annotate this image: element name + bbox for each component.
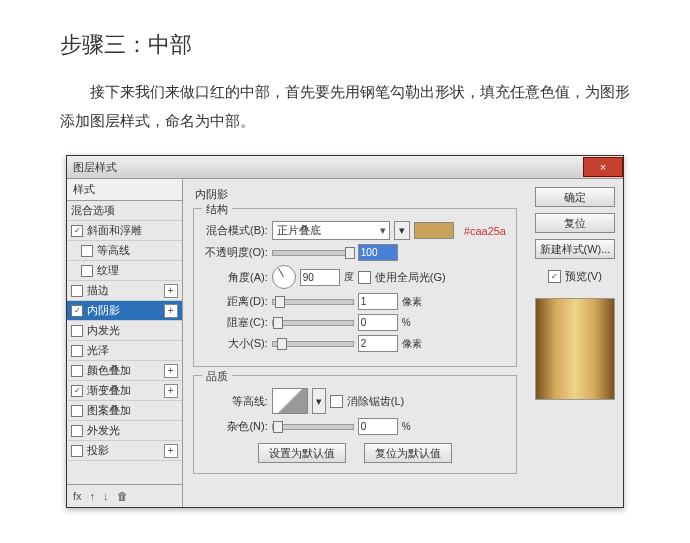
make-default-button[interactable]: 设置为默认值 bbox=[258, 443, 346, 463]
step-heading: 步骤三：中部 bbox=[60, 30, 630, 60]
style-checkbox[interactable] bbox=[81, 265, 93, 277]
sidebar-item-label: 光泽 bbox=[87, 343, 109, 358]
style-checkbox[interactable] bbox=[71, 425, 83, 437]
style-checkbox[interactable] bbox=[71, 305, 83, 317]
preview-checkbox[interactable] bbox=[548, 270, 561, 283]
sidebar-item-label: 颜色叠加 bbox=[87, 363, 131, 378]
cancel-button[interactable]: 复位 bbox=[535, 213, 615, 233]
blend-mode-select[interactable]: 正片叠底 bbox=[272, 221, 390, 240]
sidebar-item[interactable]: 描边+ bbox=[67, 281, 182, 301]
opacity-slider[interactable] bbox=[272, 250, 354, 256]
noise-unit: % bbox=[402, 421, 411, 432]
color-swatch[interactable] bbox=[414, 222, 454, 239]
add-icon[interactable]: + bbox=[164, 284, 178, 298]
quality-group: 品质 等高线: ▾ 消除锯齿(L) 杂色(N): 0 % 设置为默认值 复位为默… bbox=[193, 375, 517, 474]
quality-label: 品质 bbox=[202, 369, 232, 384]
styles-sidebar: 样式 混合选项斜面和浮雕等高线纹理描边+内阴影+内发光光泽颜色叠加+渐变叠加+图… bbox=[67, 179, 183, 507]
distance-input[interactable]: 1 bbox=[358, 293, 398, 310]
angle-input[interactable]: 90 bbox=[300, 269, 340, 286]
ok-button[interactable]: 确定 bbox=[535, 187, 615, 207]
right-column: 确定 复位 新建样式(W)... 预览(V) bbox=[527, 179, 623, 507]
antialias-checkbox[interactable] bbox=[330, 395, 343, 408]
styles-list: 混合选项斜面和浮雕等高线纹理描边+内阴影+内发光光泽颜色叠加+渐变叠加+图案叠加… bbox=[67, 201, 182, 484]
new-style-button[interactable]: 新建样式(W)... bbox=[535, 239, 615, 259]
style-checkbox[interactable] bbox=[71, 405, 83, 417]
global-light-checkbox[interactable] bbox=[358, 271, 371, 284]
preview-label: 预览(V) bbox=[565, 269, 602, 284]
add-icon[interactable]: + bbox=[164, 444, 178, 458]
choke-input[interactable]: 0 bbox=[358, 314, 398, 331]
size-unit: 像素 bbox=[402, 337, 422, 351]
style-checkbox[interactable] bbox=[71, 345, 83, 357]
style-checkbox[interactable] bbox=[81, 245, 93, 257]
up-icon[interactable]: ↑ bbox=[90, 490, 96, 502]
sidebar-item[interactable]: 等高线 bbox=[67, 241, 182, 261]
layer-style-dialog: 图层样式 × 样式 混合选项斜面和浮雕等高线纹理描边+内阴影+内发光光泽颜色叠加… bbox=[66, 155, 624, 508]
sidebar-item-label: 描边 bbox=[87, 283, 109, 298]
choke-slider[interactable] bbox=[272, 320, 354, 326]
sidebar-item[interactable]: 投影+ bbox=[67, 441, 182, 461]
color-hex-note: #caa25a bbox=[464, 225, 506, 237]
style-checkbox[interactable] bbox=[71, 325, 83, 337]
noise-input[interactable]: 0 bbox=[358, 418, 398, 435]
distance-slider[interactable] bbox=[272, 299, 354, 305]
global-light-label: 使用全局光(G) bbox=[375, 270, 446, 285]
sidebar-item[interactable]: 渐变叠加+ bbox=[67, 381, 182, 401]
sidebar-item[interactable]: 图案叠加 bbox=[67, 401, 182, 421]
noise-label: 杂色(N): bbox=[204, 419, 268, 434]
sidebar-item-label: 混合选项 bbox=[71, 203, 115, 218]
size-slider[interactable] bbox=[272, 341, 354, 347]
antialias-label: 消除锯齿(L) bbox=[347, 394, 404, 409]
dropdown-icon[interactable]: ▾ bbox=[394, 221, 410, 240]
step-paragraph: 接下来我们来做口红的中部，首先要先用钢笔勾勒出形状，填充任意色值，为图形添加图层… bbox=[60, 78, 630, 135]
add-icon[interactable]: + bbox=[164, 304, 178, 318]
sidebar-item[interactable]: 外发光 bbox=[67, 421, 182, 441]
sidebar-item-label: 外发光 bbox=[87, 423, 120, 438]
sidebar-item-label: 投影 bbox=[87, 443, 109, 458]
main-panel: 内阴影 结构 混合模式(B): 正片叠底 ▾ #caa25a 不透明度(O): … bbox=[183, 179, 527, 507]
angle-dial[interactable] bbox=[272, 265, 296, 289]
trash-icon[interactable]: 🗑 bbox=[117, 490, 128, 502]
sidebar-item[interactable]: 混合选项 bbox=[67, 201, 182, 221]
opacity-label: 不透明度(O): bbox=[204, 245, 268, 260]
style-checkbox[interactable] bbox=[71, 365, 83, 377]
structure-group: 结构 混合模式(B): 正片叠底 ▾ #caa25a 不透明度(O): 100 … bbox=[193, 208, 517, 367]
sidebar-item[interactable]: 斜面和浮雕 bbox=[67, 221, 182, 241]
sidebar-header: 样式 bbox=[67, 179, 182, 201]
size-label: 大小(S): bbox=[204, 336, 268, 351]
add-icon[interactable]: + bbox=[164, 364, 178, 378]
sidebar-footer: fx ↑ ↓ 🗑 bbox=[67, 484, 182, 507]
add-icon[interactable]: + bbox=[164, 384, 178, 398]
style-checkbox[interactable] bbox=[71, 385, 83, 397]
sidebar-item[interactable]: 内发光 bbox=[67, 321, 182, 341]
sidebar-item-label: 等高线 bbox=[97, 243, 130, 258]
choke-label: 阻塞(C): bbox=[204, 315, 268, 330]
sidebar-item[interactable]: 颜色叠加+ bbox=[67, 361, 182, 381]
style-checkbox[interactable] bbox=[71, 445, 83, 457]
sidebar-item[interactable]: 纹理 bbox=[67, 261, 182, 281]
down-icon[interactable]: ↓ bbox=[103, 490, 109, 502]
dropdown-icon[interactable]: ▾ bbox=[312, 388, 326, 414]
opacity-input[interactable]: 100 bbox=[358, 244, 398, 261]
angle-label: 角度(A): bbox=[204, 270, 268, 285]
sidebar-item[interactable]: 内阴影+ bbox=[67, 301, 182, 321]
noise-slider[interactable] bbox=[272, 424, 354, 430]
style-checkbox[interactable] bbox=[71, 285, 83, 297]
sidebar-item-label: 图案叠加 bbox=[87, 403, 131, 418]
reset-default-button[interactable]: 复位为默认值 bbox=[364, 443, 452, 463]
sidebar-item-label: 内发光 bbox=[87, 323, 120, 338]
close-button[interactable]: × bbox=[583, 157, 623, 177]
contour-picker[interactable] bbox=[272, 388, 308, 414]
style-checkbox[interactable] bbox=[71, 225, 83, 237]
sidebar-item-label: 渐变叠加 bbox=[87, 383, 131, 398]
fx-icon[interactable]: fx bbox=[73, 490, 82, 502]
sidebar-item[interactable]: 光泽 bbox=[67, 341, 182, 361]
contour-label: 等高线: bbox=[204, 394, 268, 409]
angle-unit: 度 bbox=[344, 270, 354, 284]
dialog-title: 图层样式 bbox=[73, 160, 117, 175]
blend-mode-label: 混合模式(B): bbox=[204, 223, 268, 238]
distance-label: 距离(D): bbox=[204, 294, 268, 309]
panel-title: 内阴影 bbox=[195, 187, 517, 202]
size-input[interactable]: 2 bbox=[358, 335, 398, 352]
sidebar-item-label: 斜面和浮雕 bbox=[87, 223, 142, 238]
